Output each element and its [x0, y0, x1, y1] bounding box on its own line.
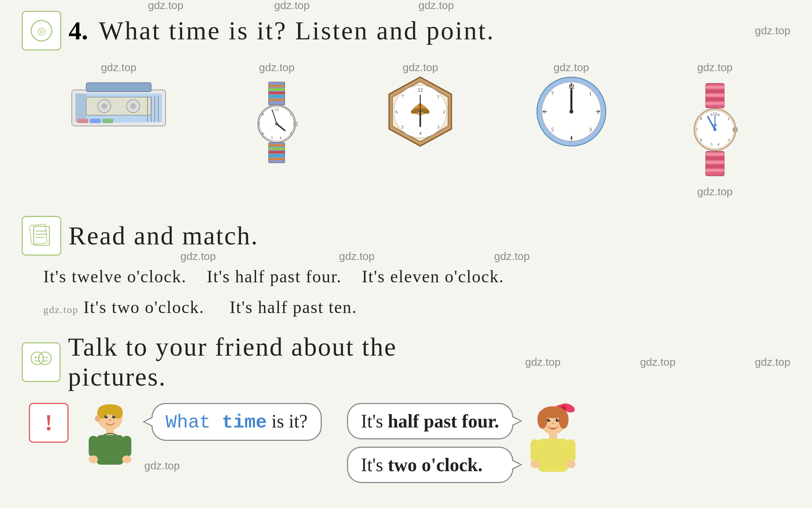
wm-talk-1: gdz.top — [525, 356, 561, 368]
watermark-4: gdz.top — [553, 61, 589, 74]
svg-point-6 — [130, 103, 136, 109]
svg-text:6: 6 — [396, 109, 398, 114]
cassette-svg — [68, 75, 169, 133]
svg-point-143 — [547, 418, 550, 422]
svg-rect-149 — [538, 439, 568, 472]
read-match-title: Read and match. — [69, 221, 259, 251]
svg-rect-15 — [75, 94, 86, 122]
svg-point-146 — [557, 419, 559, 420]
svg-point-152 — [530, 460, 540, 468]
svg-point-126 — [106, 415, 107, 417]
svg-rect-43 — [269, 158, 285, 160]
exclaim-icon-box: ! — [29, 403, 69, 443]
svg-point-61 — [419, 110, 422, 113]
svg-point-118 — [43, 356, 44, 358]
svg-point-129 — [95, 415, 100, 422]
svg-text:5: 5 — [271, 136, 273, 140]
svg-point-135 — [122, 455, 131, 463]
section4-title: What time is it? Listen and point. — [99, 16, 495, 46]
svg-text:3: 3 — [437, 125, 439, 130]
svg-point-117 — [38, 356, 40, 358]
svg-rect-108 — [706, 169, 724, 172]
svg-rect-9 — [102, 119, 113, 123]
question-bubble: What time is it? — [152, 403, 322, 441]
wm-phrase-3: gdz.top — [494, 250, 530, 262]
svg-point-102 — [714, 128, 716, 131]
svg-point-4 — [101, 103, 107, 109]
phrase3: It's eleven o'clock. — [362, 267, 504, 286]
wristwatch1-item: gdz.top 12 1 2 3 4 5 — [248, 61, 306, 169]
svg-text:3: 3 — [728, 138, 730, 142]
wm-talk-2: gdz.top — [640, 356, 675, 368]
svg-point-78 — [569, 110, 573, 114]
read-match-header: Read and match. — [22, 216, 790, 256]
svg-point-145 — [549, 419, 550, 420]
svg-text:5: 5 — [551, 127, 553, 133]
svg-text:12: 12 — [275, 107, 279, 112]
time-phrases-container: It's twelve o'clock. It's half past four… — [43, 263, 790, 321]
svg-rect-19 — [269, 92, 285, 94]
svg-text:2: 2 — [732, 127, 734, 131]
svg-rect-2 — [86, 97, 151, 115]
watermark-header: gdz.top — [755, 25, 790, 37]
wristwatch2-item: gdz.top 12 1 2 3 4 5 — [686, 61, 744, 198]
girl-figure — [524, 403, 582, 482]
watermark-scatter-1: gdz.top — [148, 0, 183, 12]
phrases-line1: It's twelve o'clock. It's half past four… — [43, 263, 790, 291]
svg-point-142 — [558, 410, 569, 429]
watermark-scatter-2: gdz.top — [274, 0, 310, 12]
svg-rect-84 — [706, 102, 724, 105]
wristwatch1-svg: 12 1 2 3 4 5 6 7 8 9 — [248, 75, 306, 169]
svg-point-141 — [537, 410, 548, 429]
section-number: 4. — [69, 16, 88, 46]
svg-point-147 — [552, 422, 554, 425]
hex-clock-item: gdz.top 12 1 2 3 4 5 6 7 — [384, 61, 456, 148]
read-match-section: Read and match. gdz.top gdz.top gdz.top … — [22, 216, 790, 321]
phrase1: It's twelve o'clock. — [43, 267, 186, 286]
svg-text:1: 1 — [290, 112, 291, 116]
answer2-text: It's two o'clock. — [361, 455, 483, 475]
talk-icon — [28, 349, 54, 375]
svg-text:6: 6 — [700, 138, 702, 142]
svg-rect-131 — [96, 435, 124, 465]
svg-text:7: 7 — [401, 94, 404, 99]
page: ◎ 4. What time is it? Listen and point. … — [0, 0, 812, 508]
round-clock-svg: 12 1 2 3 4 5 6 7 — [535, 75, 607, 148]
watermark-scatter-3: gdz.top — [418, 0, 454, 12]
svg-rect-104 — [706, 153, 724, 156]
answer-bubbles: It's half past four. It's two o'clock. — [347, 403, 513, 483]
svg-text:12: 12 — [418, 87, 423, 93]
watermark-5: gdz.top — [697, 61, 733, 74]
svg-text:8: 8 — [262, 112, 264, 116]
watermark-6: gdz.top — [697, 186, 733, 198]
watermark-3: gdz.top — [403, 61, 438, 74]
svg-rect-18 — [269, 88, 285, 91]
svg-point-134 — [89, 455, 98, 463]
svg-point-153 — [566, 460, 575, 468]
round-clock-item: gdz.top 12 1 2 3 4 5 6 7 — [535, 61, 607, 148]
svg-text:5: 5 — [401, 125, 404, 130]
cassette-player-item: gdz.top — [68, 61, 169, 133]
phrases-line2: gdz.top It's two o'clock. It's half past… — [43, 294, 790, 321]
svg-text:10: 10 — [717, 113, 720, 117]
section4-header: ◎ 4. What time is it? Listen and point. … — [22, 11, 790, 51]
wm-talk-3: gdz.top — [755, 356, 790, 368]
svg-rect-151 — [566, 439, 575, 462]
svg-text:8: 8 — [700, 117, 702, 121]
question-text-colored: What time — [166, 412, 267, 433]
talk-icon-box — [22, 342, 61, 382]
exclaim-icon: ! — [45, 409, 52, 436]
svg-text:3: 3 — [589, 127, 592, 133]
svg-rect-41 — [269, 151, 285, 153]
question-text-plain: is it? — [272, 411, 308, 431]
phrase2: It's half past four. — [207, 267, 342, 286]
svg-rect-20 — [269, 95, 285, 97]
svg-text:4: 4 — [717, 142, 720, 146]
svg-text:9: 9 — [711, 113, 712, 117]
svg-point-127 — [114, 415, 115, 417]
svg-point-125 — [112, 415, 115, 418]
answer1-text: It's half past four. — [361, 411, 499, 431]
read-icon-box — [22, 216, 61, 256]
svg-rect-81 — [706, 90, 724, 93]
wm-phrase-1: gdz.top — [180, 250, 216, 262]
